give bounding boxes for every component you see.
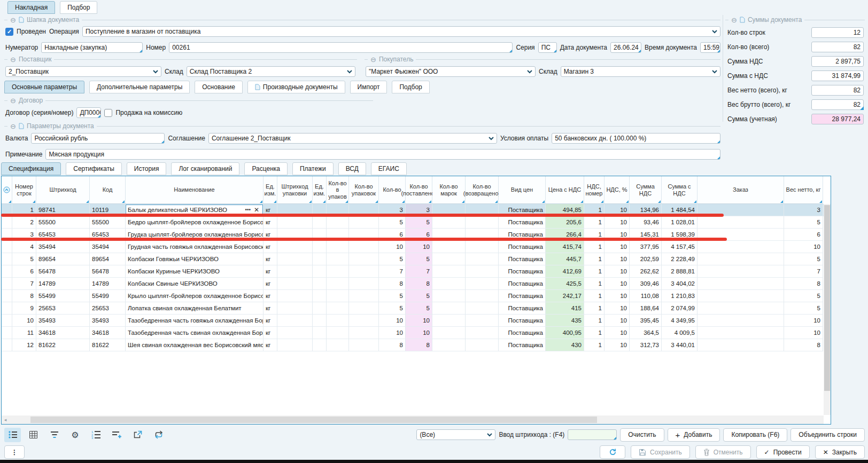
collapse-icon[interactable]: ⊖ xyxy=(731,17,737,23)
table-cell[interactable]: 10 xyxy=(604,327,630,339)
table-cell[interactable]: 93,46 xyxy=(630,216,662,229)
table-cell[interactable]: 8 xyxy=(379,278,406,290)
specification-tab[interactable]: Лог сканирований xyxy=(171,162,239,175)
table-cell[interactable]: 1 xyxy=(584,241,604,253)
table-cell[interactable]: 35493 xyxy=(36,315,90,327)
posted-checkbox[interactable]: ✓ xyxy=(5,28,13,36)
table-cell[interactable] xyxy=(432,290,466,302)
add-row-button[interactable]: +Добавить xyxy=(668,428,720,442)
table-cell[interactable] xyxy=(2,265,12,278)
refresh-button[interactable] xyxy=(600,445,625,459)
table-cell[interactable]: кг xyxy=(264,302,277,315)
table-cell[interactable]: 430 xyxy=(546,339,584,351)
table-cell[interactable] xyxy=(277,253,313,265)
time-field[interactable]: 15:59 xyxy=(700,42,720,53)
table-cell[interactable]: 55499 xyxy=(36,290,90,302)
table-cell[interactable]: 400,95 xyxy=(546,327,584,339)
table-cell[interactable]: 89654 xyxy=(36,253,90,265)
table-cell[interactable]: 312,73 xyxy=(630,339,662,351)
column-header[interactable]: Кол-во (возвращено) xyxy=(466,176,499,204)
table-cell[interactable] xyxy=(2,253,12,265)
table-cell[interactable]: 25653 xyxy=(90,302,126,315)
specification-tab[interactable]: Платежи xyxy=(292,162,334,175)
table-cell[interactable]: 5 xyxy=(784,253,823,265)
table-cell[interactable]: 309,46 xyxy=(630,278,662,290)
table-cell[interactable] xyxy=(698,290,784,302)
table-cell[interactable]: 14789 xyxy=(90,278,126,290)
table-cell[interactable] xyxy=(313,265,327,278)
merge-rows-button[interactable]: Объединить строки xyxy=(790,428,865,442)
table-cell[interactable] xyxy=(466,216,499,229)
table-cell[interactable] xyxy=(313,290,327,302)
table-cell[interactable]: 5 xyxy=(12,253,36,265)
table-cell[interactable]: Шея свиная охлажденная вес Борисовский м… xyxy=(126,339,264,351)
table-cell[interactable]: 35494 xyxy=(90,241,126,253)
table-cell[interactable]: 10 xyxy=(604,216,630,229)
column-header[interactable]: Ед. изм. xyxy=(313,176,327,204)
table-cell[interactable] xyxy=(277,278,313,290)
table-cell[interactable]: 242,17 xyxy=(546,290,584,302)
add-rows-icon[interactable] xyxy=(108,428,125,442)
table-cell[interactable] xyxy=(432,302,466,315)
table-cell[interactable] xyxy=(277,302,313,315)
table-cell[interactable]: 10 xyxy=(604,253,630,265)
series-field[interactable]: ПС xyxy=(538,42,557,53)
table-cell[interactable] xyxy=(432,315,466,327)
table-cell[interactable]: 10 xyxy=(604,315,630,327)
table-cell[interactable] xyxy=(432,339,466,351)
parameter-tab[interactable]: Основные параметры xyxy=(4,81,84,93)
post-button[interactable]: ✓Провести xyxy=(756,445,810,459)
table-cell[interactable]: 364,5 xyxy=(630,327,662,339)
parameter-tab[interactable]: Основание xyxy=(195,81,243,93)
copy-button[interactable]: Копировать (F6) xyxy=(723,428,787,442)
table-cell[interactable]: Поставщика xyxy=(499,339,546,351)
column-header[interactable]: Заказ xyxy=(698,176,784,204)
specification-tab[interactable]: Спецификация xyxy=(1,162,61,175)
table-cell[interactable] xyxy=(2,290,12,302)
payment-terms-field[interactable]: 50 банковских дн. ( 100.000 %) xyxy=(552,133,720,144)
table-cell[interactable]: 5 xyxy=(379,302,406,315)
table-cell[interactable]: 10 xyxy=(784,327,823,339)
table-cell[interactable] xyxy=(349,339,379,351)
table-row[interactable]: 128162281622Шея свиная охлажденная вес Б… xyxy=(2,339,831,351)
table-cell[interactable]: 81622 xyxy=(36,339,90,351)
table-cell[interactable]: Грудная часть говяжья охлажденная Борисо… xyxy=(126,241,264,253)
table-cell[interactable]: Поставщика xyxy=(499,216,546,229)
table-cell[interactable]: Колбаски Говяжьи ЧЕРКИЗОВО xyxy=(126,253,264,265)
table-cell[interactable]: 10 xyxy=(784,241,823,253)
table-cell[interactable] xyxy=(466,265,499,278)
table-row[interactable]: 65647856478Колбаски Куриные ЧЕРКИЗОВОкг7… xyxy=(2,265,831,278)
table-cell[interactable] xyxy=(349,302,379,315)
horizontal-scrollbar-thumb[interactable] xyxy=(30,417,597,423)
table-cell[interactable]: кг xyxy=(264,339,277,351)
rows-filter-select[interactable]: (Все) xyxy=(416,429,495,440)
table-cell[interactable]: Поставщика xyxy=(499,327,546,339)
table-cell[interactable]: 5 xyxy=(379,290,406,302)
column-header[interactable]: Штрихкод упаковки xyxy=(277,176,313,204)
table-row[interactable]: 85549955499Крыло цыплят-бройлеров охлажд… xyxy=(2,290,831,302)
table-cell[interactable]: 395,45 xyxy=(630,315,662,327)
table-cell[interactable]: Лопатка свиная охлажденная Белатмит xyxy=(126,302,264,315)
buyer-warehouse-select[interactable]: Магазин 3 xyxy=(561,66,720,77)
table-cell[interactable]: 6 xyxy=(12,265,36,278)
table-cell[interactable]: 7 xyxy=(379,265,406,278)
table-cell[interactable]: Поставщика xyxy=(499,241,546,253)
column-header[interactable]: Цена с НДС xyxy=(546,176,584,204)
table-cell[interactable] xyxy=(432,216,466,229)
table-cell[interactable]: 7 xyxy=(784,265,823,278)
table-cell[interactable] xyxy=(2,302,12,315)
buyer-select[interactable]: "Маркет Фьюжен" ООО xyxy=(366,66,536,77)
table-cell[interactable]: 4 157,45 xyxy=(662,241,698,253)
table-cell[interactable]: 8 xyxy=(12,290,36,302)
table-cell[interactable]: Поставщика xyxy=(499,290,546,302)
table-cell[interactable] xyxy=(2,315,12,327)
table-cell[interactable]: 188,64 xyxy=(630,302,662,315)
table-cell[interactable]: 4 009,5 xyxy=(662,327,698,339)
column-header[interactable]: Код xyxy=(90,176,126,204)
table-cell[interactable]: 1 xyxy=(584,216,604,229)
table-cell[interactable]: 262,62 xyxy=(630,265,662,278)
table-cell[interactable]: 55500 xyxy=(36,216,90,229)
table-cell[interactable] xyxy=(466,302,499,315)
table-cell[interactable]: 5 xyxy=(784,216,823,229)
table-cell[interactable]: кг xyxy=(264,253,277,265)
